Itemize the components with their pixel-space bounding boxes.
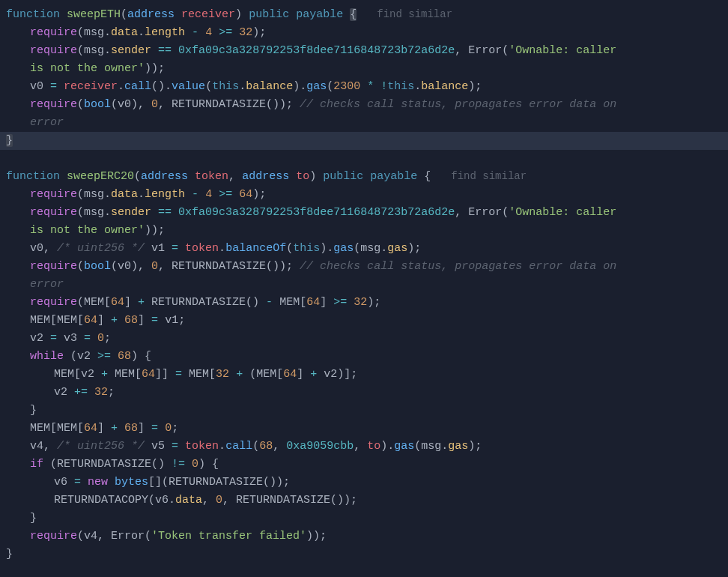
code-line: MEM[MEM[64] + 68] = v1; — [0, 312, 728, 330]
code-line: v0, /* uint256 */ v1 = token.balanceOf(t… — [0, 240, 728, 258]
func1-signature: function sweepETH(address receiver) publ… — [0, 6, 728, 24]
code-line: require(bool(v0), 0, RETURNDATASIZE()); … — [0, 258, 728, 276]
code-line: require(bool(v0), 0, RETURNDATASIZE()); … — [0, 96, 728, 114]
blank-line — [0, 150, 728, 168]
code-line: require(msg.data.length - 4 >= 32); — [0, 24, 728, 42]
find-similar-link[interactable]: find similar — [451, 170, 527, 182]
code-line: error — [0, 114, 728, 132]
func1-name: sweepETH — [67, 8, 121, 21]
code-line: require(v4, Error('Token transfer failed… — [0, 528, 728, 546]
code-line: while (v2 >= 68) { — [0, 348, 728, 366]
owner-address: 0xfa09c3a328792253f8dee7116848723b72a6d2… — [178, 44, 455, 57]
func2-signature: function sweepERC20(address token, addre… — [0, 168, 728, 186]
visibility: public — [249, 8, 289, 21]
find-similar-link[interactable]: find similar — [377, 8, 452, 20]
code-line: v2 += 32; — [0, 384, 728, 402]
code-line: if (RETURNDATASIZE() != 0) { — [0, 456, 728, 474]
closing-brace: } — [0, 546, 728, 564]
code-line: error — [0, 276, 728, 294]
code-line: } — [0, 510, 728, 528]
code-line: require(msg.sender == 0xfa09c3a328792253… — [0, 42, 728, 60]
code-line: v0 = receiver.call().value(this.balance)… — [0, 78, 728, 96]
code-line: require(msg.sender == 0xfa09c3a328792253… — [0, 204, 728, 222]
closing-brace-highlighted: } — [0, 132, 728, 150]
code-line: require(msg.data.length - 4 >= 64); — [0, 186, 728, 204]
code-line: MEM[v2 + MEM[64]] = MEM[32 + (MEM[64] + … — [0, 366, 728, 384]
code-line: require(MEM[64] + RETURNDATASIZE() - MEM… — [0, 294, 728, 312]
code-line: is not the owner')); — [0, 222, 728, 240]
code-line: } — [0, 402, 728, 420]
code-line: v2 = v3 = 0; — [0, 330, 728, 348]
param-type: address — [127, 8, 175, 21]
code-line: v4, /* uint256 */ v5 = token.call(68, 0x… — [0, 438, 728, 456]
code-line: RETURNDATACOPY(v6.data, 0, RETURNDATASIZ… — [0, 492, 728, 510]
code-line: MEM[MEM[64] + 68] = 0; — [0, 420, 728, 438]
mutability: payable — [296, 8, 343, 21]
code-line: v6 = new bytes[](RETURNDATASIZE()); — [0, 474, 728, 492]
keyword-function: function — [6, 8, 60, 21]
comment: // checks call status, propagates error … — [300, 98, 616, 111]
code-line: is not the owner')); — [0, 60, 728, 78]
param-name: receiver — [181, 8, 235, 21]
code-editor: function sweepETH(address receiver) publ… — [0, 6, 728, 564]
func2-name: sweepERC20 — [67, 170, 134, 183]
